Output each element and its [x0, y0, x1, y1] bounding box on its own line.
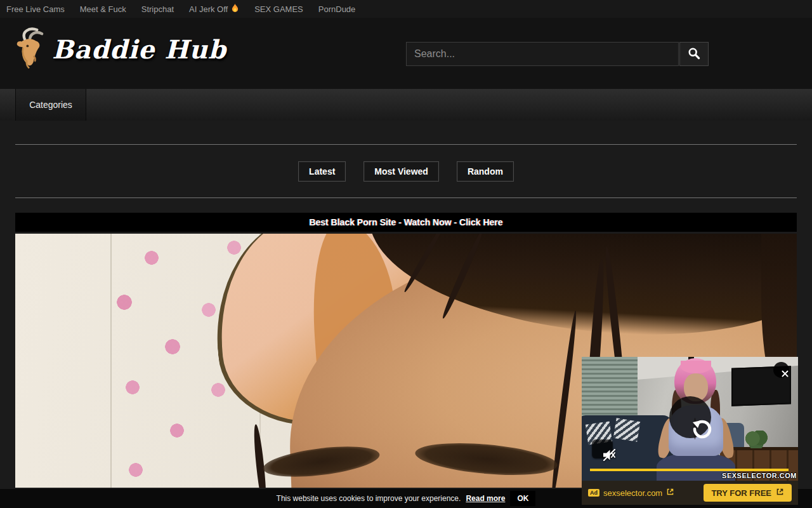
topbar-link-stripchat[interactable]: Stripchat [141, 4, 174, 14]
topbar-link-label: AI Jerk Off [189, 4, 228, 14]
flame-icon [231, 3, 239, 15]
sort-tabs: Latest Most Viewed Random [15, 161, 797, 182]
tab-most-viewed[interactable]: Most Viewed [363, 161, 439, 182]
tab-latest[interactable]: Latest [298, 161, 346, 182]
video-ad-overlay: SEXSELECTOR.COM Ad sexselector.com TRY F… [582, 357, 798, 505]
external-link-icon [666, 488, 674, 498]
external-link-icon [776, 488, 784, 498]
topbar-link-sex-games[interactable]: SEX GAMES [254, 4, 303, 14]
ad-close-button[interactable] [773, 362, 789, 378]
brand-text: Baddie Hub [52, 34, 226, 64]
search-input[interactable] [406, 42, 679, 66]
pillow-art [613, 418, 641, 442]
ad-footer-bar: Ad sexselector.com TRY FOR FREE [582, 481, 798, 505]
divider-bottom [15, 197, 797, 198]
ad-progress-bar [590, 469, 789, 471]
topbar: Free Live Cams Meet & Fuck Stripchat AI … [0, 0, 812, 18]
header: Baddie Hub [0, 18, 812, 89]
divider-top [15, 144, 797, 145]
topbar-link-ai-jerk-off[interactable]: AI Jerk Off [189, 3, 239, 15]
cookie-read-more-link[interactable]: Read more [466, 494, 505, 503]
woman-art [681, 361, 711, 373]
nav-item-categories[interactable]: Categories [15, 89, 86, 121]
ad-cta-button[interactable]: TRY FOR FREE [704, 484, 792, 502]
goat-logo-icon [11, 27, 47, 71]
cookie-message: This website uses cookies to improve you… [277, 494, 461, 503]
site-logo[interactable]: Baddie Hub [11, 27, 226, 71]
topbar-link-meet-and-fuck[interactable]: Meet & Fuck [80, 4, 126, 14]
ad-watermark: SEXSELECTOR.COM [722, 472, 797, 479]
promo-banner-link[interactable]: Best Black Porn Site - Watch Now - Click… [15, 213, 797, 232]
ad-replay-button[interactable] [669, 396, 711, 438]
ad-cta-label: TRY FOR FREE [711, 488, 771, 498]
plant-art [744, 431, 768, 448]
search-icon [688, 47, 700, 62]
ad-badge: Ad [588, 489, 599, 497]
topbar-link-porndude[interactable]: PornDude [318, 4, 356, 14]
tab-random[interactable]: Random [457, 161, 514, 182]
cookie-ok-button[interactable]: OK [510, 491, 535, 506]
ad-link-label: sexselector.com [603, 488, 662, 498]
search-bar [406, 42, 709, 66]
navbar: Categories [0, 89, 812, 121]
ad-advertiser-link[interactable]: sexselector.com [603, 488, 674, 498]
ad-muted-button[interactable] [592, 439, 613, 458]
search-button[interactable] [679, 42, 709, 66]
topbar-link-free-live-cams[interactable]: Free Live Cams [6, 4, 65, 14]
ad-video-player[interactable]: SEXSELECTOR.COM [582, 357, 798, 481]
